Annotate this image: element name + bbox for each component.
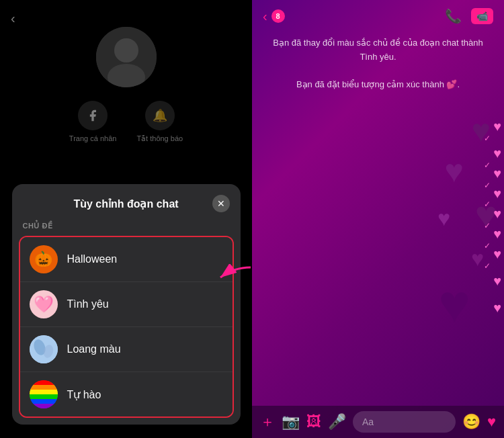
svg-rect-13: [30, 404, 58, 408]
modal-header: Tùy chỉnh đoạn chat ✕: [12, 184, 241, 219]
notification-badge: 8: [271, 9, 285, 23]
left-panel: ‹ Trang cá nhân 🔔 Tắt thông báo Tùy c: [0, 0, 252, 438]
chat-area: ♥ ♥ ♥ ♥ ♥ ♥ ♥ ♥ ♥ ♥ ♥ ♥ ♥ ♥ ♥ ✓ ✓ ✓ ✓ ✓ …: [252, 99, 504, 406]
mic-icon[interactable]: 🎤: [328, 413, 346, 431]
tiedye-label: Loang màu: [67, 343, 121, 355]
system-message-1: Bạn đã thay đổi màu sắc chủ đề của đoạn …: [272, 36, 484, 64]
svg-rect-8: [30, 380, 58, 385]
system-messages: Bạn đã thay đổi màu sắc chủ đề của đoạn …: [252, 30, 504, 99]
love-label: Tình yêu: [67, 298, 109, 310]
right-panel: ‹ 8 📞 📹 Bạn đã thay đổi màu sắc chủ đề c…: [252, 0, 504, 438]
pride-icon: [30, 380, 58, 408]
input-placeholder: Aa: [362, 417, 374, 427]
video-icon[interactable]: 📹: [471, 8, 493, 24]
heart-send-icon[interactable]: ♥: [487, 413, 496, 431]
system-message-2: Bạn đã đặt biểu tượng cảm xúc thành 💕.: [272, 78, 484, 92]
halloween-label: Halloween: [67, 253, 118, 265]
modal-title: Tùy chỉnh đoạn chat: [40, 198, 212, 210]
camera-icon[interactable]: 📷: [282, 413, 300, 431]
modal-close-button[interactable]: ✕: [212, 195, 230, 212]
message-input[interactable]: Aa: [353, 411, 456, 433]
svg-rect-12: [30, 399, 58, 404]
theme-item-tiedye[interactable]: Loang màu: [20, 327, 233, 372]
love-icon: 🩷: [30, 290, 58, 318]
tiedye-icon: [30, 335, 58, 363]
svg-rect-11: [30, 394, 58, 399]
modal-overlay: Tùy chỉnh đoạn chat ✕ CHỦ ĐỀ: [0, 0, 252, 438]
emoji-icon[interactable]: 😊: [462, 413, 480, 431]
back-arrow-icon[interactable]: ‹: [263, 9, 267, 24]
svg-rect-9: [30, 385, 58, 390]
theme-item-love[interactable]: 🩷 Tình yêu: [20, 282, 233, 327]
phone-icon[interactable]: 📞: [445, 8, 462, 24]
theme-section-label: CHỦ ĐỀ: [12, 219, 241, 236]
theme-list: 🎃 Halloween 🩷 Tình yêu: [19, 236, 234, 418]
customize-modal: Tùy chỉnh đoạn chat ✕ CHỦ ĐỀ: [12, 184, 241, 425]
bottom-bar: ＋ 📷 🖼 🎤 Aa 😊 ♥: [252, 406, 504, 438]
theme-item-pride[interactable]: Tự hào: [20, 372, 233, 417]
pride-label: Tự hào: [67, 388, 101, 401]
right-header: ‹ 8 📞 📹: [252, 0, 504, 30]
plus-icon[interactable]: ＋: [260, 412, 275, 432]
header-icons: 📞 📹: [445, 8, 493, 24]
hearts-decoration: ♥ ♥ ♥ ♥ ♥ ♥ ♥ ♥ ♥ ♥ ♥ ♥ ♥ ♥ ♥ ✓ ✓ ✓ ✓ ✓ …: [252, 99, 504, 406]
image-icon[interactable]: 🖼: [306, 413, 321, 431]
header-left: ‹ 8: [263, 9, 285, 24]
svg-rect-10: [30, 390, 58, 394]
theme-item-halloween[interactable]: 🎃 Halloween: [20, 237, 233, 282]
halloween-icon: 🎃: [30, 245, 58, 273]
